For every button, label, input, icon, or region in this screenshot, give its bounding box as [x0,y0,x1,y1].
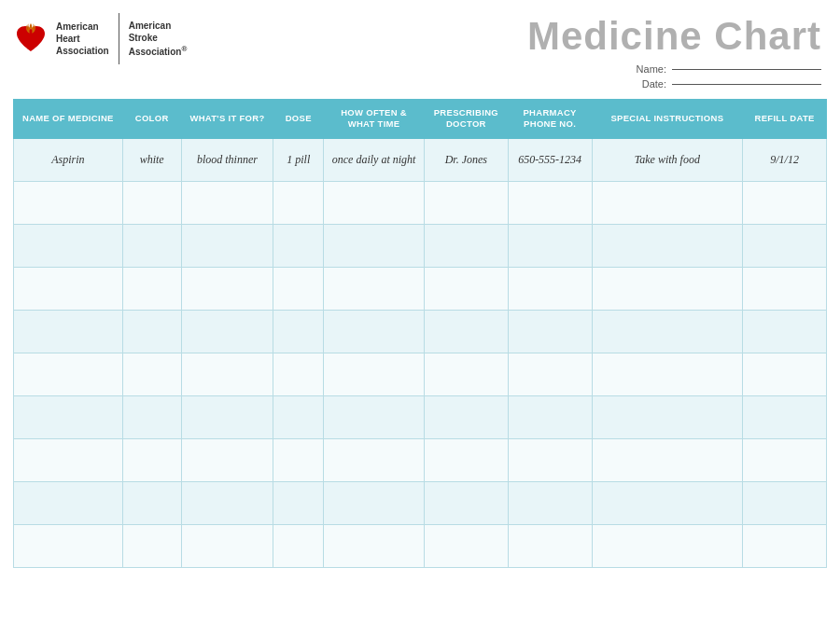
col-header-how: HOW OFTEN & WHAT TIME [324,100,425,139]
cell-r6-c6 [508,395,592,438]
cell-r9-c2 [181,524,273,567]
table-row [14,395,827,438]
col-header-special: SPECIAL INSTRUCTIONS [592,100,743,139]
name-label: Name: [637,63,666,75]
cell-r3-c1 [122,267,181,310]
table-row [14,181,827,224]
header: American Heart Association American Stro… [0,0,840,99]
cell-r5-c6 [508,353,592,395]
cell-r7-c2 [181,438,273,481]
cell-r1-c7 [592,181,743,224]
logo-text-aha: American Heart Association [56,21,109,57]
name-line [672,69,821,70]
cell-r7-c6 [508,438,592,481]
cell-r3-c5 [424,267,508,310]
cell-r3-c6 [508,267,592,310]
cell-r6-c7 [592,395,743,438]
cell-r7-c7 [592,438,743,481]
cell-r3-c0 [14,267,123,310]
page-title: Medicine Chart [527,17,821,56]
cell-r5-c3 [273,353,324,395]
title-section: Medicine Chart Name: Date: [527,13,821,90]
cell-r0-c7: Take with food [592,138,743,181]
aha-heart-icon [13,21,49,57]
page: American Heart Association American Stro… [0,0,840,637]
cell-r9-c4 [324,524,425,567]
cell-r0-c3: 1 pill [273,138,324,181]
table-row [14,267,827,310]
table-row [14,310,827,353]
cell-r8-c1 [122,481,181,524]
cell-r9-c6 [508,524,592,567]
cell-r4-c7 [592,310,743,353]
cell-r0-c6: 650-555-1234 [508,138,592,181]
cell-r4-c4 [324,310,425,353]
cell-r6-c8 [743,395,827,438]
cell-r4-c3 [273,310,324,353]
cell-r8-c8 [743,481,827,524]
cell-r4-c8 [743,310,827,353]
cell-r7-c0 [14,438,123,481]
cell-r7-c3 [273,438,324,481]
cell-r2-c1 [122,224,181,267]
date-label: Date: [642,78,666,90]
date-field: Date: [642,78,821,90]
cell-r9-c8 [743,524,827,567]
cell-r3-c7 [592,267,743,310]
cell-r2-c2 [181,224,273,267]
cell-r8-c5 [424,481,508,524]
cell-r1-c3 [273,181,324,224]
cell-r0-c1: white [122,138,181,181]
cell-r7-c1 [122,438,181,481]
logo-divider [119,13,119,64]
cell-r1-c2 [181,181,273,224]
cell-r0-c4: once daily at night [324,138,425,181]
cell-r8-c4 [324,481,425,524]
cell-r3-c8 [743,267,827,310]
logo-text-asa: American Stroke Association® [129,20,188,57]
cell-r1-c5 [424,181,508,224]
cell-r6-c0 [14,395,123,438]
cell-r9-c7 [592,524,743,567]
table-row: Aspirinwhiteblood thinner1 pillonce dail… [14,138,827,181]
cell-r1-c4 [324,181,425,224]
table-row [14,224,827,267]
logo-heart-part [13,21,49,57]
cell-r6-c3 [273,395,324,438]
table-row [14,438,827,481]
cell-r5-c0 [14,353,123,395]
cell-r2-c0 [14,224,123,267]
cell-r6-c2 [181,395,273,438]
cell-r9-c1 [122,524,181,567]
col-header-refill: REFILL DATE [743,100,827,139]
table-row [14,353,827,395]
cell-r6-c5 [424,395,508,438]
cell-r8-c0 [14,481,123,524]
cell-r9-c0 [14,524,123,567]
col-header-color: COLOR [122,100,181,139]
cell-r7-c8 [743,438,827,481]
table-container: NAME OF MEDICINE COLOR WHAT'S IT FOR? DO… [0,99,840,581]
cell-r2-c4 [324,224,425,267]
name-field: Name: [637,63,821,75]
form-fields: Name: Date: [527,63,821,90]
cell-r2-c7 [592,224,743,267]
col-header-dose: DOSE [273,100,324,139]
col-header-whats: WHAT'S IT FOR? [181,100,273,139]
col-header-doctor: PRESCRIBING DOCTOR [424,100,508,139]
cell-r2-c3 [273,224,324,267]
cell-r4-c1 [122,310,181,353]
medicine-table: NAME OF MEDICINE COLOR WHAT'S IT FOR? DO… [13,99,827,568]
cell-r9-c5 [424,524,508,567]
cell-r9-c3 [273,524,324,567]
cell-r3-c3 [273,267,324,310]
cell-r2-c8 [743,224,827,267]
cell-r2-c5 [424,224,508,267]
cell-r5-c8 [743,353,827,395]
cell-r4-c2 [181,310,273,353]
cell-r1-c6 [508,181,592,224]
cell-r5-c4 [324,353,425,395]
cell-r8-c3 [273,481,324,524]
table-row [14,481,827,524]
cell-r5-c5 [424,353,508,395]
